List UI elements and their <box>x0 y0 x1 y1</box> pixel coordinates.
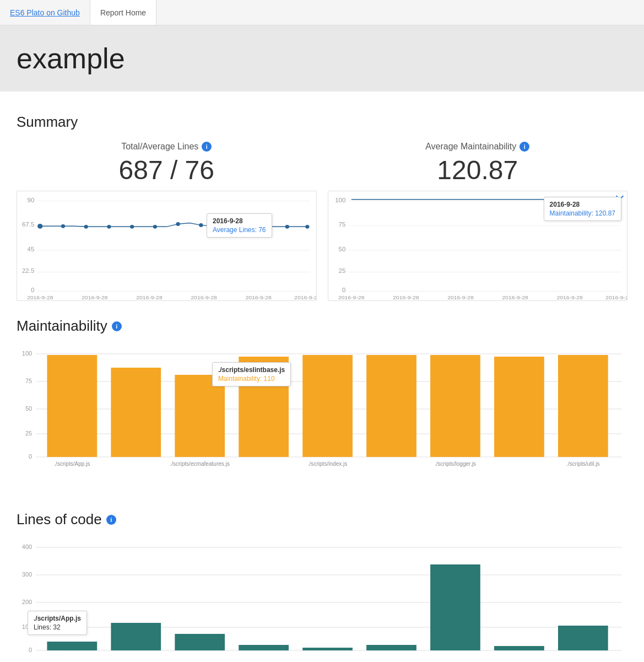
loc-bar-index <box>302 648 353 650</box>
svg-point-19 <box>239 223 244 229</box>
svg-point-16 <box>176 222 180 225</box>
svg-text:0: 0 <box>342 287 345 293</box>
maintainability-chart-wrapper: 100 75 50 25 0 <box>17 346 627 489</box>
bar-app-js <box>47 355 97 457</box>
svg-text:50: 50 <box>25 405 32 412</box>
svg-text:0: 0 <box>31 287 34 293</box>
svg-point-12 <box>84 225 88 228</box>
summary-section-title: Summary <box>17 114 627 131</box>
maintainability-bar-chart: 100 75 50 25 0 <box>17 346 627 467</box>
svg-point-18 <box>222 224 225 228</box>
svg-text:67.5: 67.5 <box>22 222 34 228</box>
svg-text:2016-9-28: 2016-9-28 <box>136 294 163 300</box>
maint-card-value: 120.87 <box>328 155 628 185</box>
svg-point-15 <box>153 225 156 228</box>
bar-ecmafeatures2 <box>175 375 225 457</box>
bar-index2 <box>366 355 416 457</box>
github-link[interactable]: ES6 Plato on Github <box>0 0 90 25</box>
maintainability-section-title: Maintainability i <box>17 317 627 335</box>
svg-text:400: 400 <box>22 543 32 550</box>
loc-bar-app-js <box>47 642 97 650</box>
bar-logger <box>430 355 480 457</box>
svg-text:2016-9-28: 2016-9-28 <box>556 294 583 300</box>
summary-grid: Total/Average Lines i 687 / 76 90 67.5 4… <box>17 142 627 301</box>
loc-bar-logger <box>430 564 480 650</box>
svg-text:45: 45 <box>28 246 35 252</box>
maint-card: Average Maintainability i 120.87 100 75 … <box>328 142 628 301</box>
loc-bar-ecmafeatures2 <box>175 634 225 650</box>
svg-text:22.5: 22.5 <box>22 268 34 275</box>
hero-section: example <box>0 25 644 92</box>
loc-bar-index2 <box>366 645 416 650</box>
svg-text:./scripts/util.js: ./scripts/util.js <box>566 461 599 467</box>
svg-point-11 <box>61 224 64 228</box>
svg-text:50: 50 <box>338 246 345 252</box>
loc-bar-ecmafeatures <box>111 623 161 650</box>
page-title: example <box>17 42 627 75</box>
lines-chart: 90 67.5 45 22.5 0 <box>17 191 317 301</box>
svg-text:300: 300 <box>22 571 32 578</box>
svg-text:75: 75 <box>338 222 345 228</box>
svg-point-13 <box>107 225 111 228</box>
svg-text:2016-9-28: 2016-9-28 <box>191 294 217 300</box>
svg-text:./scripts/App.js: ./scripts/App.js <box>54 461 90 467</box>
svg-text:200: 200 <box>22 599 32 605</box>
loc-chart-wrapper: 400 300 200 100 0 <box>17 539 627 662</box>
lines-card: Total/Average Lines i 687 / 76 90 67.5 4… <box>17 142 317 301</box>
svg-text:2016-9-28: 2016-9-28 <box>27 294 53 300</box>
svg-text:./scripts/ecmafeatures.js: ./scripts/ecmafeatures.js <box>170 461 230 467</box>
report-home-tab[interactable]: Report Home <box>90 0 156 25</box>
svg-text:2016-9-28: 2016-9-28 <box>82 294 108 300</box>
lines-card-title: Total/Average Lines i <box>17 142 317 152</box>
main-content: Summary Total/Average Lines i 687 / 76 9… <box>0 92 644 662</box>
svg-text:100: 100 <box>22 350 32 357</box>
svg-text:2016-9-28: 2016-9-28 <box>393 294 419 300</box>
lines-info-icon[interactable]: i <box>202 142 212 152</box>
svg-point-10 <box>38 224 42 228</box>
bar-eslintbase <box>239 357 289 457</box>
loc-bar-util <box>558 626 608 650</box>
svg-point-22 <box>306 225 309 228</box>
svg-point-21 <box>285 225 289 228</box>
svg-text:2016-9-28: 2016-9-28 <box>605 294 627 300</box>
bar-util <box>558 355 608 457</box>
svg-text:0: 0 <box>29 453 32 460</box>
maint-chart: 100 75 50 25 0 2016-9-28 2016-9-28 <box>328 191 628 301</box>
svg-text:2016-9-28: 2016-9-28 <box>447 294 474 300</box>
svg-text:./scripts/index.js: ./scripts/index.js <box>308 461 348 467</box>
svg-text:75: 75 <box>25 378 32 384</box>
svg-text:100: 100 <box>335 197 345 203</box>
maintainability-info-icon[interactable]: i <box>112 321 122 331</box>
svg-text:2016-9-28: 2016-9-28 <box>338 294 364 300</box>
maint-info-icon[interactable]: i <box>519 142 529 152</box>
maint-card-title: Average Maintainability i <box>328 142 628 152</box>
loc-bar-logger2 <box>494 646 544 650</box>
loc-section-title: Lines of code i <box>17 511 627 528</box>
maint-chart-svg: 100 75 50 25 0 2016-9-28 2016-9-28 <box>328 191 627 300</box>
loc-bar-eslintbase <box>239 645 289 650</box>
svg-text:25: 25 <box>25 430 32 437</box>
navbar: ES6 Plato on Github Report Home <box>0 0 644 25</box>
svg-text:90: 90 <box>28 197 35 203</box>
bar-logger2 <box>494 357 544 457</box>
svg-point-20 <box>262 225 266 228</box>
loc-bar-chart: 400 300 200 100 0 <box>17 539 627 660</box>
svg-text:./scripts/logger.js: ./scripts/logger.js <box>435 461 476 467</box>
lines-card-value: 687 / 76 <box>17 155 317 185</box>
svg-text:0: 0 <box>29 647 32 653</box>
svg-text:2016-9-28: 2016-9-28 <box>294 294 316 300</box>
svg-point-14 <box>131 225 134 228</box>
svg-point-17 <box>199 223 203 227</box>
bar-index <box>302 355 353 457</box>
svg-text:2016-9-28: 2016-9-28 <box>502 294 528 300</box>
svg-text:25: 25 <box>338 268 345 275</box>
svg-text:2016-9-28: 2016-9-28 <box>245 294 272 300</box>
loc-info-icon[interactable]: i <box>106 515 116 525</box>
bar-ecmafeatures <box>111 368 161 457</box>
svg-text:100: 100 <box>22 623 32 630</box>
lines-chart-svg: 90 67.5 45 22.5 0 <box>17 191 316 300</box>
